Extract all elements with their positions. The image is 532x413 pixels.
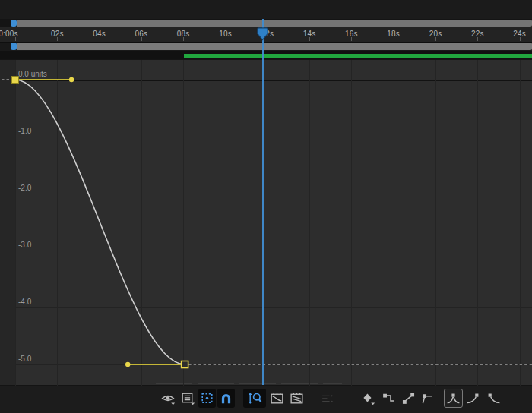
transform-box-icon bbox=[199, 390, 215, 406]
easy-ease-out-button[interactable] bbox=[485, 389, 502, 408]
ruler-label: 24s bbox=[503, 30, 532, 38]
graph-editor-panel: 0:00s02s04s06s08s10s12s14s16s18s20s22s24… bbox=[0, 0, 532, 413]
show-transform-box-button[interactable] bbox=[198, 389, 216, 408]
ruler-tick bbox=[351, 37, 352, 41]
auto-zoom-icon bbox=[247, 390, 263, 406]
ruler-tick bbox=[57, 37, 58, 41]
playhead-marker[interactable] bbox=[257, 27, 268, 41]
time-navigator-bar[interactable] bbox=[17, 20, 532, 27]
choose-properties-button[interactable] bbox=[160, 389, 177, 408]
ruler-tick bbox=[100, 37, 100, 41]
value-axis-label: -3.0 bbox=[18, 241, 31, 249]
ruler-tick bbox=[141, 37, 142, 41]
ruler-tick bbox=[15, 37, 16, 41]
separate-dimensions-icon bbox=[320, 390, 336, 406]
cached-frames-bar bbox=[184, 54, 532, 58]
value-axis-label: -1.0 bbox=[18, 127, 31, 135]
in-handle-dot[interactable] bbox=[125, 362, 130, 367]
curve-layer bbox=[0, 60, 532, 386]
graph-editor-toolbar bbox=[0, 385, 532, 413]
edit-selected-keyframes-button[interactable] bbox=[359, 389, 377, 408]
value-axis-label: -2.0 bbox=[18, 184, 31, 192]
easy-ease-button[interactable] bbox=[444, 389, 463, 408]
easy-ease-in-icon bbox=[465, 390, 481, 406]
easy-ease-out-icon bbox=[486, 390, 502, 406]
scrollbar-start-handle[interactable] bbox=[11, 43, 17, 50]
magnet-icon bbox=[218, 390, 234, 406]
separate-dimensions-button bbox=[316, 389, 339, 408]
convert-to-linear-button[interactable] bbox=[400, 389, 417, 408]
keyframe-end[interactable] bbox=[182, 361, 188, 368]
easy-ease-icon bbox=[445, 390, 461, 406]
value-axis-label: -5.0 bbox=[18, 355, 31, 363]
easy-ease-in-button[interactable] bbox=[464, 389, 482, 408]
convert-to-hold-button[interactable] bbox=[380, 389, 397, 408]
top-spacer-strip bbox=[0, 0, 532, 20]
ruler-label: 0:00s bbox=[0, 30, 25, 38]
value-axis-label: -4.0 bbox=[18, 298, 31, 306]
convert-to-auto-bezier-button[interactable] bbox=[419, 389, 436, 408]
graph-options-icon bbox=[180, 390, 196, 406]
fit-all-graphs-to-view-button[interactable] bbox=[288, 389, 306, 408]
time-navigator-start-handle[interactable] bbox=[11, 20, 17, 27]
playhead-marker-shape[interactable] bbox=[258, 28, 268, 40]
ruler-tick bbox=[309, 37, 310, 41]
fit-selection-to-view-button[interactable] bbox=[268, 389, 286, 408]
ruler-tick bbox=[477, 37, 478, 41]
ruler-tick bbox=[435, 37, 436, 41]
fit-all-icon bbox=[289, 390, 305, 406]
ruler-tick bbox=[183, 37, 184, 41]
eye-icon bbox=[160, 390, 176, 406]
ruler-tick bbox=[226, 37, 226, 41]
current-time-indicator-line[interactable] bbox=[262, 19, 264, 385]
fit-selection-icon bbox=[269, 390, 285, 406]
value-graph-area[interactable]: 0.0 units-1.0-2.0-3.0-4.0-5.0 bbox=[0, 59, 532, 385]
kf-hold-icon bbox=[381, 390, 397, 406]
kf-linear-icon bbox=[401, 390, 416, 406]
graph-type-options-button[interactable] bbox=[179, 389, 197, 408]
horizontal-scrollbar[interactable] bbox=[17, 43, 532, 50]
snap-button[interactable] bbox=[217, 389, 235, 408]
ruler-tick bbox=[520, 37, 521, 41]
value-axis-label: 0.0 units bbox=[18, 70, 47, 78]
ruler-tick bbox=[394, 37, 394, 41]
out-handle-dot[interactable] bbox=[69, 77, 74, 82]
keyframe-diamond-icon bbox=[360, 390, 376, 406]
kf-auto-bezier-icon bbox=[420, 390, 435, 406]
auto-zoom-graph-height-button[interactable] bbox=[243, 389, 266, 408]
value-curve[interactable] bbox=[15, 80, 185, 364]
